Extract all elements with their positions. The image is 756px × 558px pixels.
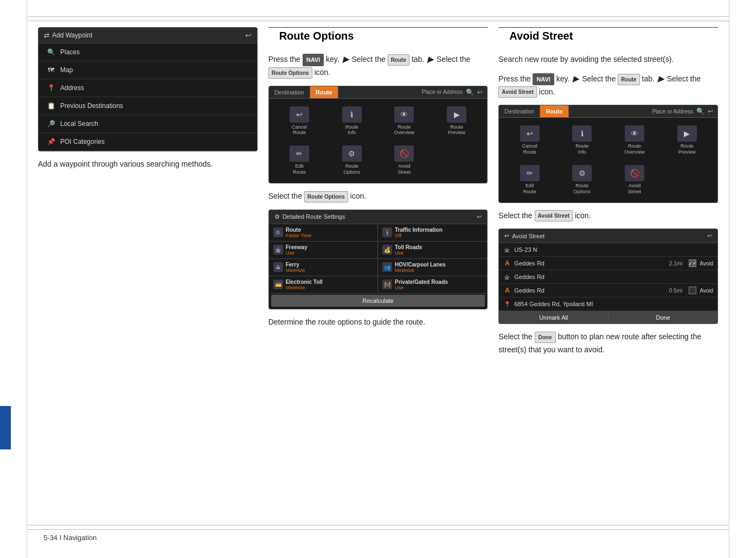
- recalculate-button[interactable]: Recalculate: [271, 295, 485, 307]
- done-button[interactable]: Done: [608, 312, 717, 324]
- right-sidebar: [729, 0, 756, 558]
- edit-route-icon: ✏: [290, 145, 309, 162]
- route-options-item2[interactable]: ⚙ RouteOptions: [556, 162, 608, 198]
- arrow3: ▶: [573, 74, 579, 83]
- route-options-icon: ⚙: [342, 145, 362, 162]
- route-options-item[interactable]: ⚙ RouteOptions: [325, 142, 378, 179]
- bottom-line2: [27, 529, 729, 530]
- settings-back-btn[interactable]: ↩: [477, 213, 482, 220]
- top-line: [27, 16, 729, 17]
- geddes2-label: Geddes Rd: [514, 287, 665, 294]
- edit-route-item[interactable]: ✏ EditRoute: [273, 142, 326, 179]
- back-icon2[interactable]: ↩: [708, 107, 713, 115]
- freeway-setting[interactable]: 🛣 Freeway Use: [269, 242, 378, 259]
- route-options-section: Route Options: [268, 27, 488, 47]
- geddes2-icon: A: [503, 287, 511, 294]
- destination-tab[interactable]: Destination: [269, 86, 310, 98]
- private-roads-icon: 🚧: [382, 280, 392, 289]
- icon-label2: icon.: [575, 211, 591, 220]
- traffic-setting[interactable]: 🚦 Traffic Information Off: [378, 224, 487, 242]
- avoid-item-us23[interactable]: 🛣 US-23 N: [499, 243, 717, 257]
- route-overview-item2[interactable]: 👁 RouteOverview: [608, 122, 661, 158]
- route-preview-item[interactable]: ▶ RoutePreview: [431, 103, 483, 140]
- private-roads-setting[interactable]: 🚧 Private/Gated Roads Use: [378, 276, 487, 294]
- hov-setting[interactable]: 👥 HOV/Carpool Lanes Minimize: [378, 259, 487, 276]
- avoid-screen-title: Avoid Street: [512, 233, 544, 239]
- waypoint-item-local-search[interactable]: 🔎 Local Search: [39, 115, 257, 133]
- avoid-item-geddes-rd[interactable]: 🛣 Geddes Rd: [499, 270, 717, 284]
- route-screen-mockup: Destination Route Place or Address 🔍 ↩ ↩…: [268, 86, 488, 183]
- icon-label: icon.: [350, 192, 367, 200]
- cancel-route-item[interactable]: ↩ CancelRoute: [273, 103, 326, 140]
- waypoint-item-prev-dest[interactable]: 📋 Previous Destinations: [39, 97, 257, 115]
- arrow1: ▶: [343, 55, 349, 64]
- map-label: Map: [60, 66, 73, 74]
- avoid-label2: Avoid: [700, 288, 713, 294]
- unmark-all-button[interactable]: Unmark All: [499, 312, 608, 324]
- select-text2: Select the: [437, 55, 470, 64]
- geddes2-dist: 0.5mi: [669, 288, 682, 294]
- freeway-text: Freeway Use: [286, 244, 307, 256]
- select-route-options-text: Select the Route Options icon.: [268, 190, 488, 203]
- select-text1: Select the: [351, 55, 387, 64]
- settings-icon: ⚙: [274, 213, 280, 220]
- avoid-street-item2[interactable]: 🚫 AvoidStreet: [608, 162, 661, 198]
- search-placeholder: Place or Address: [422, 89, 463, 95]
- route-tab[interactable]: Route: [310, 86, 338, 98]
- traffic-text: Traffic Information Off: [395, 227, 443, 238]
- determine-text: Determine the route options to guide the…: [268, 316, 488, 329]
- route-info-icon: ℹ: [342, 106, 362, 123]
- geddes2-checkbox[interactable]: [689, 287, 696, 294]
- poi-label: POI Categories: [60, 138, 105, 145]
- avoid-item-geddes2[interactable]: A Geddes Rd 0.5mi Avoid: [499, 284, 717, 297]
- geddes1-checkbox[interactable]: ✓: [689, 259, 696, 267]
- search-icon2[interactable]: 🔍: [696, 107, 704, 115]
- route-screen-header: Destination Route Place or Address 🔍 ↩: [269, 86, 488, 99]
- settings-title-area: ⚙ Detailed Route Settings: [274, 213, 345, 220]
- avoid-item-geddes1[interactable]: A Geddes Rd 2.1mi ✓ Avoid: [499, 257, 717, 270]
- avoid-back-btn[interactable]: ↩: [707, 232, 712, 239]
- poi-icon: 📌: [46, 137, 56, 147]
- toll-roads-text: Toll Roads Use: [395, 244, 422, 256]
- route-tab-badge: Route: [388, 54, 409, 66]
- waypoint-item-address[interactable]: 📍 Address: [39, 79, 257, 97]
- avoid-item-6854[interactable]: 📍 6854 Geddes Rd, Ypsilanti MI: [499, 297, 717, 311]
- back-icon[interactable]: ↩: [477, 88, 483, 96]
- waypoint-item-poi[interactable]: 📌 POI Categories: [39, 133, 257, 151]
- route-info-item2[interactable]: ℹ RouteInfo: [556, 122, 608, 158]
- route-tab2[interactable]: Route: [540, 105, 568, 117]
- avoid-street-section: Avoid Street: [498, 27, 718, 47]
- avoid-street-title: Avoid Street: [498, 28, 718, 47]
- left-sidebar: [0, 0, 27, 558]
- route-preview-icon: ▶: [447, 106, 466, 123]
- waypoint-item-places[interactable]: 🔍 Places: [39, 43, 257, 61]
- waypoint-item-map[interactable]: 🗺 Map: [39, 61, 257, 79]
- route-preview-item2[interactable]: ▶ RoutePreview: [661, 122, 713, 158]
- route-setting[interactable]: ⚙ Route Faster Time: [269, 224, 378, 242]
- route-info-label2: RouteInfo: [575, 143, 588, 155]
- select-avoid-text: Select the Avoid Street icon.: [498, 210, 718, 223]
- places-label: Places: [60, 48, 80, 56]
- route-info-item[interactable]: ℹ RouteInfo: [325, 103, 378, 140]
- electronic-toll-icon: 💳: [273, 280, 283, 289]
- waypoint-title: ⇄ Add Waypoint: [44, 31, 92, 39]
- route-overview-item[interactable]: 👁 RouteOverview: [378, 103, 431, 140]
- waypoint-back-button[interactable]: ↩: [245, 31, 252, 40]
- toll-roads-setting[interactable]: 💰 Toll Roads Use: [378, 242, 487, 259]
- settings-grid: ⚙ Route Faster Time 🚦 Traffic Informatio…: [269, 224, 488, 294]
- geddes-rd-label: Geddes Rd: [514, 274, 713, 280]
- search-icon[interactable]: 🔍: [466, 88, 474, 96]
- edit-route-item2[interactable]: ✏ EditRoute: [503, 162, 556, 198]
- route-setting-icon: ⚙: [273, 227, 283, 237]
- electronic-toll-setting[interactable]: 💳 Electronic Toll Minimize: [269, 276, 378, 294]
- col2-intro: Press the NAVI key. ▶ Select the Route t…: [268, 53, 488, 79]
- settings-header: ⚙ Detailed Route Settings ↩: [269, 210, 488, 224]
- avoid-street-item[interactable]: 🚫 AvoidStreet: [378, 142, 431, 179]
- avoid-screen-header: ↩ Avoid Street ↩: [499, 229, 717, 243]
- map-icon: 🗺: [46, 65, 56, 75]
- route-options-icon2: ⚙: [572, 165, 592, 181]
- ferry-setting[interactable]: ⛴ Ferry Minimize: [269, 259, 378, 276]
- cancel-route-item2[interactable]: ↩ CancelRoute: [503, 122, 556, 158]
- destination-tab2[interactable]: Destination: [499, 105, 540, 117]
- edit-route-label: EditRoute: [293, 163, 306, 175]
